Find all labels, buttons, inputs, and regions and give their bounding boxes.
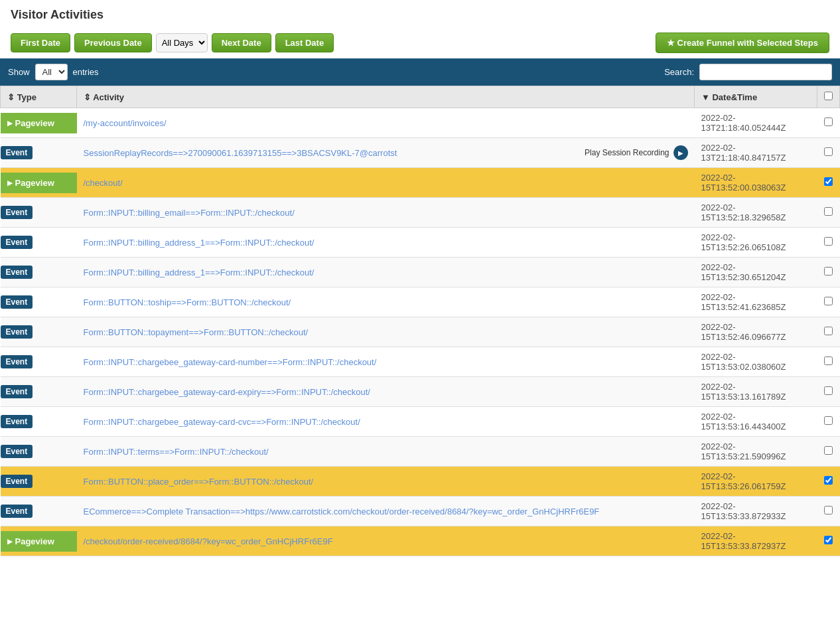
play-button-icon[interactable]: ▶ [673,145,688,160]
table-row: EventForm::BUTTON::topayment==>Form::BUT… [1,317,840,347]
table-row: EventForm::INPUT::chargebee_gateway-card… [1,377,840,407]
checkbox-cell [817,168,840,198]
next-date-button[interactable]: Next Date [212,33,271,52]
search-input[interactable] [699,64,832,80]
activity-link[interactable]: Form::INPUT::billing_address_1==>Form::I… [84,268,315,277]
activity-cell: Form::INPUT::billing_address_1==>Form::I… [77,228,695,258]
checkbox-cell [817,347,840,377]
activity-link[interactable]: ECommerce==>Complete Transaction==>https… [84,507,600,516]
activity-link[interactable]: /checkout/ [84,178,123,188]
activity-link[interactable]: Form::INPUT::chargebee_gateway-card-numb… [84,357,377,367]
checkbox-cell [817,138,840,168]
play-session-link[interactable]: Play Session Recording▶ [585,145,687,160]
first-date-button[interactable]: First Date [11,33,70,52]
datetime-cell: 2022-02-15T13:53:13.161789Z [695,377,817,407]
show-label: Show [8,67,30,77]
datetime-cell: 2022-02-15T13:52:26.065108Z [695,228,817,258]
type-cell: Event [1,347,77,377]
row-checkbox[interactable] [824,237,833,246]
activity-link[interactable]: Form::INPUT::chargebee_gateway-card-cvc=… [84,417,360,427]
row-checkbox[interactable] [824,536,833,544]
row-checkbox[interactable] [824,177,833,186]
activity-cell: /my-account/invoices/ [77,108,695,138]
activity-cell: Form::INPUT::chargebee_gateway-card-expi… [77,377,695,407]
datetime-cell: 2022-02-15T13:53:26.061759Z [695,467,817,497]
type-cell: Event [1,407,77,437]
entries-label: entries [73,67,99,77]
activity-link[interactable]: Form::BUTTON::toship==>Form::BUTTON::/ch… [84,297,291,307]
type-cell: Event [1,437,77,467]
activity-link[interactable]: Form::BUTTON::place_order==>Form::BUTTON… [84,477,314,487]
pageview-label: ▶ Pageview [1,113,77,133]
row-checkbox[interactable] [824,446,833,455]
col-header-activity[interactable]: ⇕ Activity [77,86,695,108]
row-checkbox[interactable] [824,327,833,335]
activity-link[interactable]: /checkout/order-received/8684/?key=wc_or… [84,536,333,546]
table-row: ▶ Pageview/checkout/order-received/8684/… [1,526,840,556]
checkbox-cell [817,407,840,437]
row-checkbox[interactable] [824,416,833,425]
type-cell: Event [1,258,77,287]
checkbox-cell [817,377,840,407]
type-cell: Event [1,467,77,497]
activity-link[interactable]: Form::INPUT::billing_address_1==>Form::I… [84,238,315,248]
datetime-cell: 2022-02-15T13:52:18.329658Z [695,198,817,228]
activity-cell: ECommerce==>Complete Transaction==>https… [77,497,695,526]
event-badge: Event [1,236,33,249]
event-badge: Event [1,325,33,339]
type-cell: Event [1,317,77,347]
datetime-cell: 2022-02-13T21:18:40.052444Z [695,108,817,138]
row-checkbox[interactable] [824,267,833,276]
days-select[interactable]: All Days [156,33,208,52]
checkbox-cell [817,228,840,258]
row-checkbox[interactable] [824,147,833,156]
event-badge: Event [1,415,33,428]
datetime-cell: 2022-02-15T13:53:33.872937Z [695,526,817,556]
show-entries-select[interactable]: All [35,64,68,80]
activity-cell: /checkout/ [77,168,695,198]
table-row: EventForm::BUTTON::toship==>Form::BUTTON… [1,287,840,317]
row-checkbox[interactable] [824,297,833,305]
col-header-datetime[interactable]: Date&Time [695,86,817,108]
type-cell: ▶ Pageview [1,168,77,198]
activity-link[interactable]: Form::INPUT::chargebee_gateway-card-expi… [84,387,370,397]
event-badge: Event [1,295,33,309]
row-checkbox[interactable] [824,118,833,126]
activity-cell: Form::BUTTON::place_order==>Form::BUTTON… [77,467,695,497]
table-controls: Show All entries Search: [0,58,840,86]
datetime-cell: 2022-02-15T13:53:16.443400Z [695,407,817,437]
activity-link[interactable]: /my-account/invoices/ [84,118,167,128]
activity-link[interactable]: Form::INPUT::billing_email==>Form::INPUT… [84,208,295,218]
previous-date-button[interactable]: Previous Date [74,33,152,52]
row-checkbox[interactable] [824,506,833,515]
table-row: EventForm::INPUT::chargebee_gateway-card… [1,407,840,437]
activity-link[interactable]: Form::BUTTON::topayment==>Form::BUTTON::… [84,327,309,337]
table-row: EventForm::INPUT::billing_address_1==>Fo… [1,228,840,258]
checkbox-cell [817,317,840,347]
row-checkbox[interactable] [824,476,833,485]
table-row: EventForm::INPUT::billing_address_1==>Fo… [1,258,840,287]
select-all-checkbox[interactable] [824,92,833,100]
activity-link[interactable]: Form::INPUT::terms==>Form::INPUT::/check… [84,447,269,457]
table-row: ▶ Pageview/my-account/invoices/2022-02-1… [1,108,840,138]
toolbar: First Date Previous Date All Days Next D… [0,27,840,58]
create-funnel-button[interactable]: ★ Create Funnel with Selected Steps [656,33,829,53]
search-label: Search: [664,67,694,77]
activity-cell: Form::BUTTON::toship==>Form::BUTTON::/ch… [77,287,695,317]
col-header-type[interactable]: ⇕ Type [1,86,77,108]
type-cell: Event [1,198,77,228]
pageview-label: ▶ Pageview [1,173,77,193]
last-date-button[interactable]: Last Date [275,33,334,52]
row-checkbox[interactable] [824,386,833,395]
activity-cell: Form::INPUT::chargebee_gateway-card-cvc=… [77,407,695,437]
row-checkbox[interactable] [824,207,833,216]
row-checkbox[interactable] [824,357,833,365]
activity-text: SessionReplayRecords==>270090061.1639713… [84,148,397,158]
datetime-cell: 2022-02-15T13:52:30.651204Z [695,258,817,287]
event-badge: Event [1,385,33,398]
pageview-label: ▶ Pageview [1,531,77,552]
table-row: EventForm::INPUT::billing_email==>Form::… [1,198,840,228]
table-row: EventForm::INPUT::terms==>Form::INPUT::/… [1,437,840,467]
datetime-cell: 2022-02-15T13:52:46.096677Z [695,317,817,347]
arrow-icon: ▶ [7,179,13,187]
